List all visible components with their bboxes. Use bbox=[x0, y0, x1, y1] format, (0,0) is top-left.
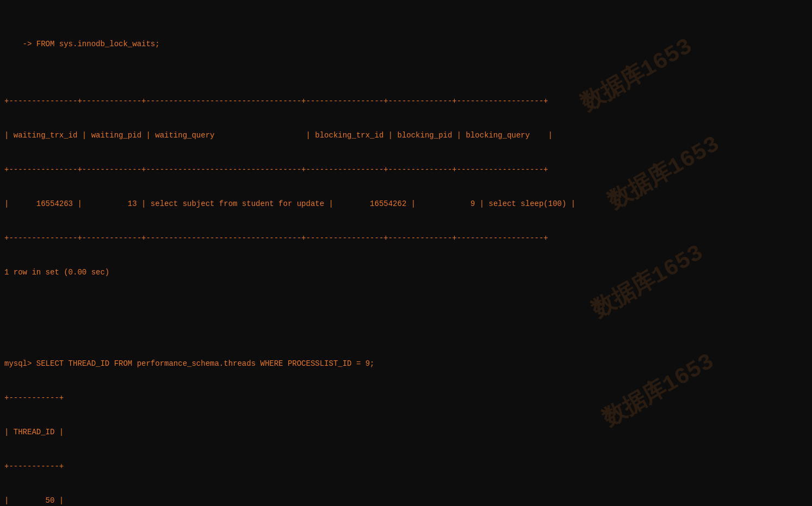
t2-border-top: +-----------+ bbox=[4, 392, 808, 404]
table-border-bottom: +---------------+-------------+---------… bbox=[4, 233, 808, 244]
table-border-top: +---------------+-------------+---------… bbox=[4, 96, 808, 107]
t2-row-1: | 50 | bbox=[4, 495, 808, 506]
result-1: 1 row in set (0.00 sec) bbox=[4, 267, 808, 278]
terminal-window: -> FROM sys.innodb_lock_waits; +--------… bbox=[4, 4, 808, 506]
table-row-1: | 16554263 | 13 | select subject from st… bbox=[4, 198, 808, 210]
line-from: -> FROM sys.innodb_lock_waits; bbox=[4, 39, 808, 50]
blank-1 bbox=[4, 301, 808, 313]
t2-header-sep: +-----------+ bbox=[4, 461, 808, 472]
t2-header: | THREAD_ID | bbox=[4, 427, 808, 438]
query-2: mysql> SELECT THREAD_ID FROM performance… bbox=[4, 358, 808, 370]
table-header-sep: +---------------+-------------+---------… bbox=[4, 164, 808, 176]
watermark-3: 数据库1653 bbox=[586, 237, 710, 328]
table-header: | waiting_trx_id | waiting_pid | waiting… bbox=[4, 130, 808, 141]
